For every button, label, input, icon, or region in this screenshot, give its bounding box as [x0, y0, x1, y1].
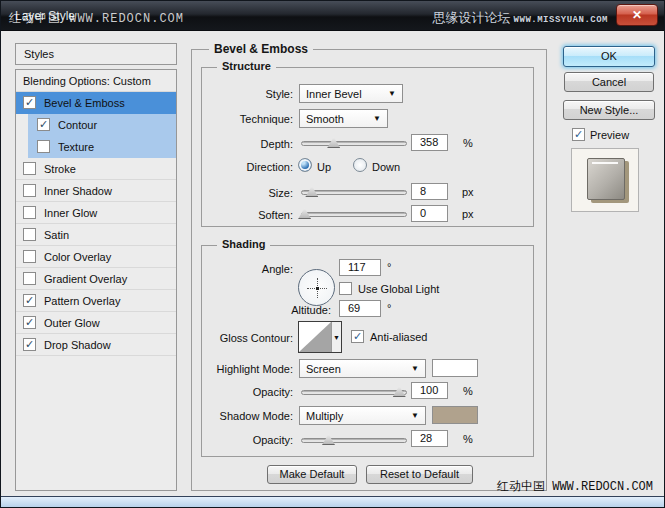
style-preview-thumbnail: [571, 148, 639, 212]
style-dropdown[interactable]: Inner Bevel ▼: [299, 84, 403, 103]
altitude-unit: °: [387, 302, 391, 314]
styles-list-item-label: Pattern Overlay: [44, 295, 120, 307]
chevron-down-icon: ▼: [331, 322, 341, 352]
gloss-contour-label: Gloss Contour:: [203, 332, 293, 344]
style-enable-checkbox[interactable]: ✓: [23, 338, 36, 351]
shadow-opacity-unit: %: [463, 433, 473, 445]
cancel-button[interactable]: Cancel: [564, 72, 654, 92]
chevron-down-icon: ▼: [373, 114, 381, 123]
title-bar[interactable]: Layer Style 红动中国 WWW.REDOCN.COM 思缘设计论坛 W…: [1, 1, 664, 31]
depth-unit: %: [463, 137, 473, 149]
anti-aliased-label: Anti-aliased: [370, 331, 427, 343]
style-enable-checkbox[interactable]: ✓: [23, 96, 36, 109]
styles-panel-header[interactable]: Styles: [15, 43, 177, 65]
technique-label: Technique:: [203, 113, 293, 125]
style-enable-checkbox[interactable]: [23, 228, 36, 241]
ok-button[interactable]: OK: [563, 46, 655, 67]
styles-list-item[interactable]: Blending Options: Custom: [16, 70, 176, 92]
styles-list-item-label: Inner Shadow: [44, 185, 112, 197]
preview-bevel-square: [587, 158, 625, 200]
structure-group-title: Structure: [217, 60, 276, 72]
styles-list-item-label: Satin: [44, 229, 69, 241]
highlight-opacity-unit: %: [463, 385, 473, 397]
direction-up-radio[interactable]: [298, 158, 312, 172]
depth-slider[interactable]: [301, 141, 407, 146]
use-global-light-checkbox[interactable]: [339, 282, 352, 295]
styles-list-item[interactable]: Stroke: [16, 158, 176, 180]
highlight-mode-dropdown[interactable]: Screen ▼: [299, 359, 426, 378]
style-enable-checkbox[interactable]: [23, 250, 36, 263]
highlight-opacity-input[interactable]: 100: [411, 382, 448, 399]
style-enable-checkbox[interactable]: ✓: [37, 118, 50, 131]
style-enable-checkbox[interactable]: [23, 184, 36, 197]
styles-list-item[interactable]: Inner Shadow: [16, 180, 176, 202]
styles-list-item[interactable]: Inner Glow: [16, 202, 176, 224]
style-enable-checkbox[interactable]: ✓: [23, 316, 36, 329]
depth-input[interactable]: 358: [411, 134, 448, 151]
direction-down-label: Down: [372, 161, 400, 173]
styles-list-item[interactable]: Texture: [28, 136, 176, 158]
highlight-opacity-slider[interactable]: [301, 390, 407, 395]
highlight-mode-label: Highlight Mode:: [203, 363, 293, 375]
shadow-mode-dropdown[interactable]: Multiply ▼: [299, 406, 426, 425]
shadow-opacity-input[interactable]: 28: [411, 430, 448, 447]
altitude-label: Altitude:: [241, 304, 331, 316]
styles-list-item[interactable]: Color Overlay: [16, 246, 176, 268]
close-icon: ✕: [632, 8, 642, 22]
styles-list: Blending Options: Custom✓Bevel & Emboss✓…: [15, 69, 177, 491]
altitude-input[interactable]: 69: [339, 300, 381, 317]
window-frame-bottom: [1, 496, 664, 507]
anti-aliased-checkbox[interactable]: ✓: [351, 330, 364, 343]
style-enable-checkbox[interactable]: ✓: [23, 294, 36, 307]
soften-slider[interactable]: [301, 212, 407, 217]
style-enable-checkbox[interactable]: [37, 140, 50, 153]
preview-label: Preview: [590, 129, 629, 141]
gloss-contour-picker[interactable]: ▼: [298, 321, 342, 353]
style-label: Style:: [203, 88, 293, 100]
style-enable-checkbox[interactable]: [23, 272, 36, 285]
close-button[interactable]: ✕: [616, 4, 658, 26]
shadow-opacity-slider[interactable]: [301, 438, 407, 443]
style-dropdown-value: Inner Bevel: [306, 88, 362, 100]
direction-label: Direction:: [203, 161, 293, 173]
size-slider[interactable]: [301, 190, 407, 195]
angle-input[interactable]: 117: [339, 259, 381, 276]
highlight-opacity-label: Opacity:: [203, 386, 293, 398]
highlight-color-swatch[interactable]: [432, 359, 478, 377]
shadow-color-swatch[interactable]: [432, 406, 478, 424]
styles-list-item[interactable]: ✓Outer Glow: [16, 312, 176, 334]
styles-list-item[interactable]: ✓Pattern Overlay: [16, 290, 176, 312]
watermark-forum-name: 思缘设计论坛: [433, 10, 511, 25]
direction-down-radio[interactable]: [353, 158, 367, 172]
chevron-down-icon: ▼: [388, 89, 396, 98]
size-unit: px: [462, 186, 474, 198]
reset-to-default-button[interactable]: Reset to Default: [366, 465, 473, 484]
technique-dropdown[interactable]: Smooth ▼: [299, 109, 388, 128]
watermark-forum-site: WWW.MISSYUAN.COM: [514, 15, 608, 25]
panel-title: Bevel & Emboss: [209, 42, 313, 56]
angle-label: Angle:: [203, 263, 293, 275]
styles-list-item-label: Drop Shadow: [44, 339, 111, 351]
soften-input[interactable]: 0: [411, 205, 448, 222]
use-global-light-label: Use Global Light: [358, 283, 439, 295]
preview-checkbox[interactable]: ✓: [572, 128, 585, 141]
make-default-button[interactable]: Make Default: [267, 465, 357, 484]
styles-list-item-label: Contour: [58, 119, 97, 131]
angle-dial[interactable]: [298, 269, 335, 306]
chevron-down-icon: ▼: [411, 411, 419, 420]
styles-list-item[interactable]: Gradient Overlay: [16, 268, 176, 290]
chevron-down-icon: ▼: [411, 364, 419, 373]
styles-list-item[interactable]: ✓Contour: [28, 114, 176, 136]
styles-list-item-label: Bevel & Emboss: [44, 97, 125, 109]
soften-label: Soften:: [203, 209, 293, 221]
size-input[interactable]: 8: [411, 183, 448, 200]
styles-list-item-label: Blending Options: Custom: [23, 75, 151, 87]
new-style-button[interactable]: New Style...: [563, 100, 655, 120]
style-enable-checkbox[interactable]: [23, 206, 36, 219]
styles-list-item-label: Texture: [58, 141, 94, 153]
styles-list-item[interactable]: ✓Bevel & Emboss: [16, 92, 176, 114]
styles-list-item[interactable]: Satin: [16, 224, 176, 246]
shadow-mode-value: Multiply: [306, 410, 343, 422]
style-enable-checkbox[interactable]: [23, 162, 36, 175]
styles-list-item[interactable]: ✓Drop Shadow: [16, 334, 176, 356]
